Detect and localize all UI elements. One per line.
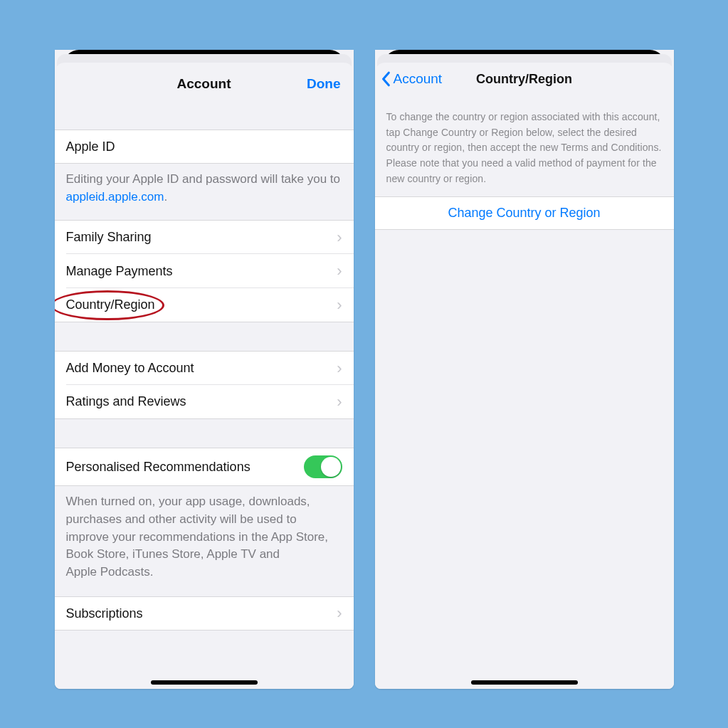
apple-id-link[interactable]: appleid.apple.com xyxy=(66,190,164,204)
content-area: Apple ID Editing your Apple ID and passw… xyxy=(55,105,354,689)
apple-id-label: Apple ID xyxy=(66,139,115,154)
family-sharing-row[interactable]: Family Sharing › xyxy=(55,220,354,254)
navigation-header: Account Country/Region xyxy=(375,63,674,95)
instructions-text: To change the country or region associat… xyxy=(375,95,674,196)
done-button[interactable]: Done xyxy=(307,76,341,92)
chevron-left-icon xyxy=(381,71,392,87)
add-money-row[interactable]: Add Money to Account › xyxy=(55,351,354,385)
personalised-toggle[interactable] xyxy=(304,455,342,478)
page-title: Country/Region xyxy=(476,72,572,87)
personalised-row: Personalised Recommendations xyxy=(55,448,354,486)
personalised-description: When turned on, your app usage, download… xyxy=(55,486,354,591)
home-indicator[interactable] xyxy=(471,680,578,685)
country-region-label: Country/Region xyxy=(66,297,155,312)
apple-id-row[interactable]: Apple ID xyxy=(55,130,354,164)
personalised-label: Personalised Recommendations xyxy=(66,460,250,475)
page-title: Account xyxy=(177,76,231,92)
manage-payments-label: Manage Payments xyxy=(66,264,173,279)
add-money-label: Add Money to Account xyxy=(66,361,194,376)
family-sharing-label: Family Sharing xyxy=(66,230,152,245)
chevron-right-icon: › xyxy=(337,361,342,376)
chevron-right-icon: › xyxy=(337,263,342,279)
change-country-button[interactable]: Change Country or Region xyxy=(375,196,674,230)
back-button[interactable]: Account xyxy=(381,71,443,87)
home-indicator[interactable] xyxy=(151,680,258,685)
chevron-right-icon: › xyxy=(337,230,342,246)
back-label: Account xyxy=(394,71,443,87)
chevron-right-icon: › xyxy=(337,394,342,410)
ratings-reviews-label: Ratings and Reviews xyxy=(66,394,186,409)
content-area: To change the country or region associat… xyxy=(375,95,674,689)
manage-payments-row[interactable]: Manage Payments › xyxy=(55,254,354,288)
chevron-right-icon: › xyxy=(337,606,342,621)
country-region-screen: Account Country/Region To change the cou… xyxy=(375,50,674,689)
subscriptions-label: Subscriptions xyxy=(66,606,143,621)
subscriptions-row[interactable]: Subscriptions › xyxy=(55,596,354,631)
account-screen: Account Done Apple ID Editing your Apple… xyxy=(55,50,354,689)
modal-header: Account Done xyxy=(55,63,354,105)
sheet: Account Done Apple ID Editing your Apple… xyxy=(55,63,354,689)
country-region-row[interactable]: Country/Region › xyxy=(55,288,354,322)
ratings-reviews-row[interactable]: Ratings and Reviews › xyxy=(55,385,354,419)
sheet: Account Country/Region To change the cou… xyxy=(375,63,674,689)
apple-id-description: Editing your Apple ID and password will … xyxy=(55,164,354,216)
chevron-right-icon: › xyxy=(337,297,342,313)
